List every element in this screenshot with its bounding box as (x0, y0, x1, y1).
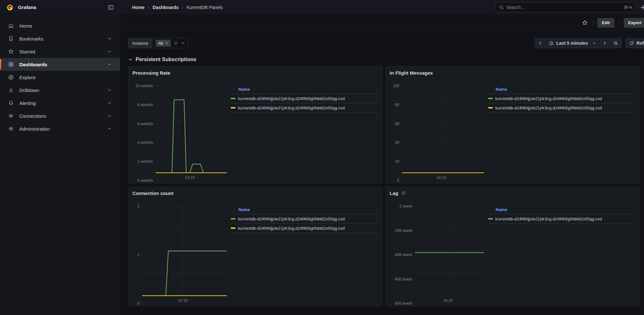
y-axis-labels: 10 event/s8 event/s6 event/s4 event/s2 e… (132, 86, 153, 181)
gear-icon (8, 126, 14, 132)
chevron-down-icon (592, 42, 596, 45)
legend-header-name[interactable]: Name (231, 86, 378, 94)
legend-header-name[interactable]: Name (488, 86, 636, 94)
legend: Name kurrentdb-d24f4hljjcle21j4r3cg.d24f… (231, 86, 378, 113)
sidebar-item-drilldown[interactable]: Drilldown (0, 84, 120, 97)
sidebar-item-explore[interactable]: Explore (0, 71, 120, 84)
legend-header-name[interactable]: Name (488, 206, 636, 214)
legend-row[interactable]: kurrentdb-d24f4hljjcle21j4r3cg.d24f4h5g0… (488, 94, 636, 103)
chevron-down-icon[interactable] (106, 127, 113, 131)
dashboard-controls: Instance All (120, 31, 644, 48)
search-input[interactable] (506, 5, 621, 10)
time-series-chart[interactable]: 210 14:10 (132, 206, 227, 303)
row-persistent-subscriptions[interactable]: Persistent Subscriptions (120, 48, 644, 66)
sidebar-item-alerting[interactable]: Alerting (0, 97, 120, 109)
x-axis-tick: 14:10 (185, 175, 195, 180)
time-range-picker[interactable]: Last 5 minutes (545, 38, 599, 48)
sidebar-item-label: Dashboards (19, 62, 47, 67)
filter-value-dropdown[interactable]: All (152, 38, 188, 48)
chevron-down-icon[interactable] (106, 50, 113, 53)
legend-header-name[interactable]: Name (231, 206, 378, 214)
zoom-out-button[interactable] (610, 38, 621, 48)
plot-area[interactable]: 14:10 (415, 206, 484, 296)
plot-area[interactable]: 14:10 (156, 86, 227, 173)
plot-area[interactable]: 14:10 (402, 86, 484, 173)
sidebar-item-label: Explore (19, 75, 36, 80)
refresh-button[interactable]: Refresh (626, 38, 644, 48)
filter-chip-all[interactable]: All (156, 40, 170, 47)
info-icon[interactable] (401, 191, 406, 195)
panel-grid: Processing Rate 10 event/s8 event/s6 eve… (120, 66, 644, 306)
export-button[interactable]: Export (624, 18, 644, 28)
panel-connection-count: Connection count 210 14:10 Name (128, 187, 382, 306)
x-axis-tick: 14:10 (178, 298, 187, 303)
link-icon (8, 113, 14, 119)
legend-row[interactable]: kurrentdb-d24f4hljjcle21j4r3cg.d24f4h5g0… (488, 214, 636, 224)
filter-label[interactable]: Instance (129, 38, 152, 48)
legend-row[interactable]: kurrentdb-d24f4hljjcle21j4r3cg.d24f4h5g0… (231, 103, 378, 113)
refresh-group: Refresh (626, 38, 644, 48)
brand-name[interactable]: Grafana (18, 5, 36, 10)
chip-remove-icon[interactable] (165, 42, 168, 45)
sidebar-item-bookmarks[interactable]: Bookmarks (0, 32, 120, 45)
plot-area[interactable]: 14:10 (142, 206, 227, 296)
home-icon (8, 23, 14, 29)
sidebar-item-connections[interactable]: Connections (0, 109, 120, 122)
grafana-logo[interactable] (6, 4, 14, 11)
series-color-swatch (231, 218, 235, 219)
refresh-icon (629, 41, 634, 46)
sidebar-collapse-icon[interactable] (108, 5, 114, 10)
x-axis-tick: 14:10 (443, 298, 453, 303)
time-range-label: Last 5 minutes (556, 41, 588, 46)
legend-row[interactable]: kurrentdb-d24f4hljjcle21j4r3cg.d24f4h5g0… (231, 224, 378, 233)
instance-variable-filter: Instance All (128, 38, 188, 48)
y-axis-labels: 0 event-200 event-400 event-600 event-80… (390, 206, 412, 303)
panel-title[interactable]: Lag (390, 190, 399, 196)
panel-title[interactable]: Processing Rate (132, 70, 170, 76)
chevron-down-icon[interactable] (106, 114, 113, 118)
breadcrumb-home[interactable]: Home (132, 5, 145, 10)
add-new-icon[interactable] (640, 5, 644, 10)
breadcrumb-dashboards[interactable]: Dashboards (153, 5, 179, 10)
series-color-swatch (231, 107, 235, 108)
global-search[interactable]: ⌘+k (495, 2, 636, 12)
sidebar-item-starred[interactable]: Starred (0, 45, 120, 58)
favorite-star-icon[interactable] (582, 20, 588, 26)
sidebar-item-dashboards[interactable]: Dashboards (0, 58, 120, 71)
series-color-swatch (488, 98, 493, 99)
chevron-down-icon[interactable] (106, 88, 113, 92)
time-picker-group: Last 5 minutes (535, 38, 622, 48)
series-color-swatch (488, 107, 493, 108)
sidebar-item-administration[interactable]: Administration (0, 122, 120, 135)
clear-all-icon[interactable] (174, 41, 178, 45)
dashboard-toolbar: Edit Export (120, 15, 644, 31)
legend-row[interactable]: kurrentdb-d24f4hljjcle21j4r3cg.d24f4h5g0… (231, 214, 378, 224)
time-series-chart[interactable]: 100806040200 14:10 (390, 86, 484, 181)
chevron-down-icon[interactable] (106, 62, 113, 66)
sidebar-item-label: Administration (19, 126, 50, 132)
legend-row[interactable]: kurrentdb-d24f4hljjcle21j4r3cg.d24f4h5g0… (488, 103, 636, 113)
legend-row[interactable]: kurrentdb-d24f4hljjcle21j4r3cg.d24f4h5g0… (231, 94, 378, 103)
panel-processing-rate: Processing Rate 10 event/s8 event/s6 eve… (128, 66, 382, 183)
legend: Name kurrentdb-d24f4hljjcle21j4r3cg.d24f… (231, 206, 378, 233)
chevron-down-icon[interactable] (106, 37, 113, 41)
breadcrumb-current-page[interactable]: KurrentDB Panels (187, 5, 223, 10)
panel-title[interactable]: In Flight Messages (390, 70, 433, 76)
sidebar-item-home[interactable]: Home (0, 19, 120, 32)
clock-icon (549, 41, 554, 46)
time-series-chart[interactable]: 10 event/s8 event/s6 event/s4 event/s2 e… (132, 86, 227, 181)
drilldown-icon (8, 87, 14, 93)
dashboard-main: Edit Export Instance All (120, 15, 644, 315)
series-name: kurrentdb-d24f4hljjcle21j4r3cg.d24f4h5g0… (238, 226, 345, 231)
time-shift-back-button[interactable] (535, 38, 545, 48)
panel-title[interactable]: Connection count (132, 190, 174, 196)
time-shift-forward-button[interactable] (599, 38, 610, 48)
edit-button[interactable]: Edit (597, 18, 614, 28)
time-series-chart[interactable]: 0 event-200 event-400 event-600 event-80… (390, 206, 484, 303)
x-axis-tick: 14:10 (437, 175, 446, 180)
legend: Name kurrentdb-d24f4hljjcle21j4r3cg.d24f… (488, 206, 636, 224)
series-name: kurrentdb-d24f4hljjcle21j4r3cg.d24f4h5g0… (238, 106, 345, 110)
chevron-down-icon[interactable] (106, 101, 113, 105)
breadcrumb-separator: › (182, 5, 184, 10)
chevron-down-icon[interactable] (181, 41, 185, 45)
